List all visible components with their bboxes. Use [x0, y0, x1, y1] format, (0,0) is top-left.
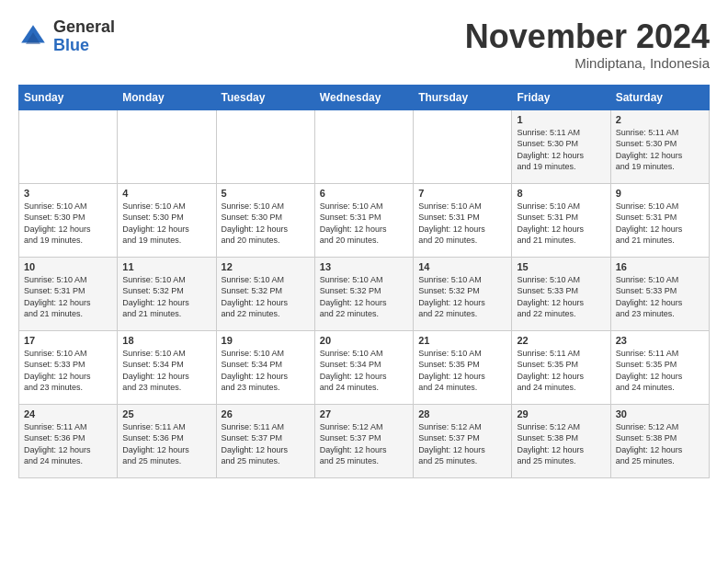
day-number: 24	[24, 408, 112, 419]
location-subtitle: Mindiptana, Indonesia	[465, 55, 710, 71]
day-number: 3	[24, 188, 112, 199]
day-number: 15	[517, 261, 605, 272]
day-number: 7	[418, 188, 506, 199]
day-number: 29	[517, 408, 605, 419]
calendar-table: SundayMondayTuesdayWednesdayThursdayFrid…	[18, 85, 710, 478]
day-info: Sunrise: 5:10 AM Sunset: 5:34 PM Dayligh…	[122, 348, 210, 394]
calendar-cell: 22Sunrise: 5:11 AM Sunset: 5:35 PM Dayli…	[512, 330, 610, 404]
calendar-cell: 2Sunrise: 5:11 AM Sunset: 5:30 PM Daylig…	[610, 109, 709, 183]
calendar-cell: 12Sunrise: 5:10 AM Sunset: 5:32 PM Dayli…	[216, 257, 314, 330]
calendar-cell: 19Sunrise: 5:10 AM Sunset: 5:34 PM Dayli…	[216, 330, 314, 404]
day-info: Sunrise: 5:10 AM Sunset: 5:33 PM Dayligh…	[517, 274, 605, 320]
logo-blue-text: Blue	[53, 37, 115, 55]
day-info: Sunrise: 5:10 AM Sunset: 5:32 PM Dayligh…	[418, 274, 506, 320]
day-number: 17	[24, 335, 112, 346]
day-number: 4	[122, 188, 210, 199]
day-number: 5	[222, 188, 310, 199]
day-info: Sunrise: 5:10 AM Sunset: 5:31 PM Dayligh…	[517, 201, 605, 247]
weekday-header: Wednesday	[314, 85, 413, 109]
day-info: Sunrise: 5:10 AM Sunset: 5:35 PM Dayligh…	[418, 348, 506, 394]
calendar-week-row: 1Sunrise: 5:11 AM Sunset: 5:30 PM Daylig…	[19, 109, 710, 183]
day-info: Sunrise: 5:10 AM Sunset: 5:30 PM Dayligh…	[222, 201, 310, 247]
day-number: 8	[517, 188, 605, 199]
day-info: Sunrise: 5:10 AM Sunset: 5:33 PM Dayligh…	[616, 274, 704, 320]
weekday-header: Saturday	[610, 85, 709, 109]
weekday-header: Thursday	[414, 85, 512, 109]
calendar-cell: 6Sunrise: 5:10 AM Sunset: 5:31 PM Daylig…	[314, 183, 413, 257]
calendar-cell: 18Sunrise: 5:10 AM Sunset: 5:34 PM Dayli…	[118, 330, 216, 404]
calendar-cell: 4Sunrise: 5:10 AM Sunset: 5:30 PM Daylig…	[118, 183, 216, 257]
calendar-cell: 24Sunrise: 5:11 AM Sunset: 5:36 PM Dayli…	[19, 404, 118, 477]
day-info: Sunrise: 5:11 AM Sunset: 5:30 PM Dayligh…	[517, 127, 605, 173]
calendar-cell: 27Sunrise: 5:12 AM Sunset: 5:37 PM Dayli…	[314, 404, 413, 477]
day-number: 14	[418, 261, 506, 272]
day-info: Sunrise: 5:10 AM Sunset: 5:31 PM Dayligh…	[616, 201, 704, 247]
day-info: Sunrise: 5:10 AM Sunset: 5:31 PM Dayligh…	[24, 274, 112, 320]
logo: General Blue	[18, 18, 115, 55]
day-info: Sunrise: 5:10 AM Sunset: 5:31 PM Dayligh…	[320, 201, 408, 247]
calendar-cell: 9Sunrise: 5:10 AM Sunset: 5:31 PM Daylig…	[610, 183, 709, 257]
page-header: General Blue November 2024 Mindiptana, I…	[18, 18, 710, 71]
calendar-cell: 13Sunrise: 5:10 AM Sunset: 5:32 PM Dayli…	[314, 257, 413, 330]
day-info: Sunrise: 5:10 AM Sunset: 5:30 PM Dayligh…	[122, 201, 210, 247]
day-number: 20	[320, 335, 408, 346]
day-info: Sunrise: 5:10 AM Sunset: 5:31 PM Dayligh…	[418, 201, 506, 247]
calendar-cell: 3Sunrise: 5:10 AM Sunset: 5:30 PM Daylig…	[19, 183, 118, 257]
day-number: 6	[320, 188, 408, 199]
day-number: 1	[517, 114, 605, 125]
day-number: 23	[616, 335, 704, 346]
calendar-cell: 16Sunrise: 5:10 AM Sunset: 5:33 PM Dayli…	[610, 257, 709, 330]
calendar-cell: 14Sunrise: 5:10 AM Sunset: 5:32 PM Dayli…	[414, 257, 512, 330]
calendar-cell: 8Sunrise: 5:10 AM Sunset: 5:31 PM Daylig…	[512, 183, 610, 257]
calendar-cell: 23Sunrise: 5:11 AM Sunset: 5:35 PM Dayli…	[610, 330, 709, 404]
calendar-cell: 10Sunrise: 5:10 AM Sunset: 5:31 PM Dayli…	[19, 257, 118, 330]
calendar-week-row: 10Sunrise: 5:10 AM Sunset: 5:31 PM Dayli…	[19, 257, 710, 330]
day-info: Sunrise: 5:12 AM Sunset: 5:37 PM Dayligh…	[418, 421, 506, 467]
day-info: Sunrise: 5:10 AM Sunset: 5:32 PM Dayligh…	[222, 274, 310, 320]
title-block: November 2024 Mindiptana, Indonesia	[465, 18, 710, 71]
calendar-cell: 29Sunrise: 5:12 AM Sunset: 5:38 PM Dayli…	[512, 404, 610, 477]
calendar-week-row: 24Sunrise: 5:11 AM Sunset: 5:36 PM Dayli…	[19, 404, 710, 477]
day-info: Sunrise: 5:11 AM Sunset: 5:36 PM Dayligh…	[24, 421, 112, 467]
calendar-cell	[19, 109, 118, 183]
day-number: 27	[320, 408, 408, 419]
calendar-cell	[216, 109, 314, 183]
day-number: 21	[418, 335, 506, 346]
calendar-cell	[118, 109, 216, 183]
day-number: 18	[122, 335, 210, 346]
calendar-cell: 7Sunrise: 5:10 AM Sunset: 5:31 PM Daylig…	[414, 183, 512, 257]
weekday-header: Sunday	[19, 85, 118, 109]
day-info: Sunrise: 5:12 AM Sunset: 5:37 PM Dayligh…	[320, 421, 408, 467]
month-title: November 2024	[465, 18, 710, 55]
weekday-header: Friday	[512, 85, 610, 109]
calendar-cell: 26Sunrise: 5:11 AM Sunset: 5:37 PM Dayli…	[216, 404, 314, 477]
day-number: 11	[122, 261, 210, 272]
calendar-cell: 15Sunrise: 5:10 AM Sunset: 5:33 PM Dayli…	[512, 257, 610, 330]
day-info: Sunrise: 5:11 AM Sunset: 5:35 PM Dayligh…	[616, 348, 704, 394]
day-info: Sunrise: 5:11 AM Sunset: 5:30 PM Dayligh…	[616, 127, 704, 173]
calendar-week-row: 3Sunrise: 5:10 AM Sunset: 5:30 PM Daylig…	[19, 183, 710, 257]
day-number: 13	[320, 261, 408, 272]
day-number: 30	[616, 408, 704, 419]
day-info: Sunrise: 5:12 AM Sunset: 5:38 PM Dayligh…	[517, 421, 605, 467]
logo-general-text: General	[53, 18, 115, 37]
calendar-cell: 11Sunrise: 5:10 AM Sunset: 5:32 PM Dayli…	[118, 257, 216, 330]
day-info: Sunrise: 5:10 AM Sunset: 5:30 PM Dayligh…	[24, 201, 112, 247]
calendar-week-row: 17Sunrise: 5:10 AM Sunset: 5:33 PM Dayli…	[19, 330, 710, 404]
day-number: 22	[517, 335, 605, 346]
day-info: Sunrise: 5:11 AM Sunset: 5:36 PM Dayligh…	[122, 421, 210, 467]
day-info: Sunrise: 5:11 AM Sunset: 5:37 PM Dayligh…	[222, 421, 310, 467]
calendar-cell	[414, 109, 512, 183]
day-number: 10	[24, 261, 112, 272]
calendar-cell	[314, 109, 413, 183]
day-number: 28	[418, 408, 506, 419]
calendar-cell: 5Sunrise: 5:10 AM Sunset: 5:30 PM Daylig…	[216, 183, 314, 257]
day-number: 16	[616, 261, 704, 272]
day-number: 9	[616, 188, 704, 199]
day-number: 12	[222, 261, 310, 272]
day-info: Sunrise: 5:11 AM Sunset: 5:35 PM Dayligh…	[517, 348, 605, 394]
calendar-cell: 28Sunrise: 5:12 AM Sunset: 5:37 PM Dayli…	[414, 404, 512, 477]
weekday-header: Tuesday	[216, 85, 314, 109]
calendar-cell: 17Sunrise: 5:10 AM Sunset: 5:33 PM Dayli…	[19, 330, 118, 404]
weekday-header-row: SundayMondayTuesdayWednesdayThursdayFrid…	[19, 85, 710, 109]
